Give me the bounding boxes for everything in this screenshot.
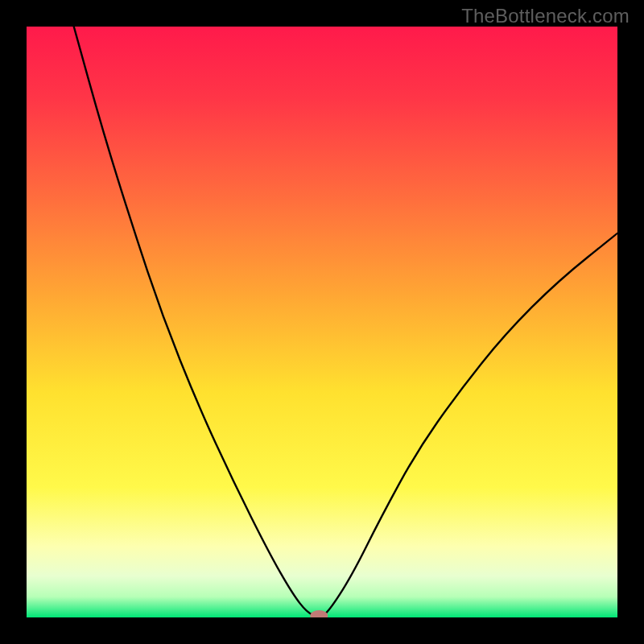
chart-frame: TheBottleneck.com [0, 0, 644, 644]
optimal-point-marker [310, 610, 328, 621]
bottleneck-chart [0, 0, 644, 644]
watermark-text: TheBottleneck.com [461, 5, 630, 27]
plot-gradient-background [27, 27, 617, 617]
